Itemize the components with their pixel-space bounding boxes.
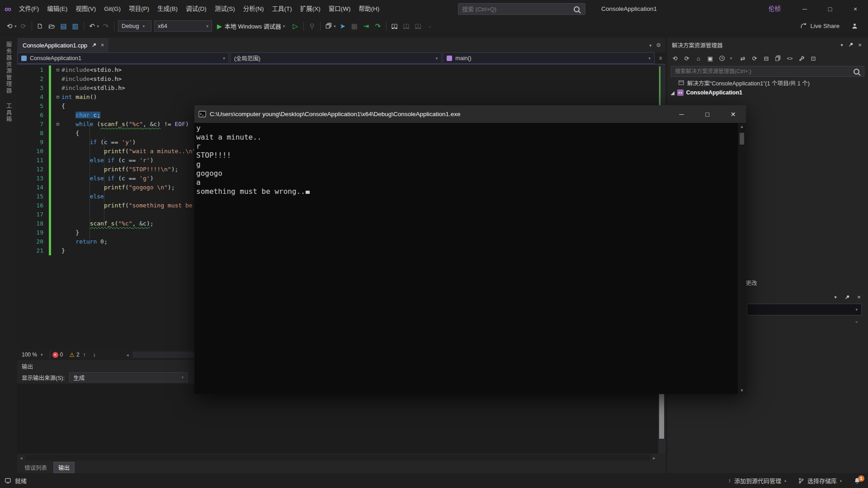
undo-chevron-icon[interactable]: ▾: [97, 24, 99, 28]
zoom-dropdown[interactable]: 100 % ▾: [17, 352, 47, 358]
fold-marker-icon[interactable]: ⊟: [54, 93, 61, 102]
error-count[interactable]: 0: [60, 352, 63, 358]
menu-item[interactable]: Git(G): [100, 0, 125, 18]
code-line[interactable]: 4⊟int main(): [17, 93, 658, 102]
previous-issue-icon[interactable]: ↑: [83, 352, 86, 358]
collapse-all-icon[interactable]: ⊟: [761, 53, 771, 63]
save-all-icon[interactable]: ▥: [70, 20, 81, 32]
find-chevron-icon[interactable]: ▾: [334, 24, 336, 28]
open-file-icon[interactable]: 🗁: [47, 20, 57, 32]
git-branch-dropdown[interactable]: ▾: [747, 304, 862, 315]
menu-item[interactable]: 测试(S): [211, 0, 239, 18]
scroll-up-arrow-icon[interactable]: ▲: [738, 123, 746, 130]
scroll-down-arrow-icon[interactable]: ▼: [738, 387, 746, 394]
menu-item[interactable]: 工具(T): [268, 0, 296, 18]
refresh-icon[interactable]: ⟳: [750, 53, 760, 63]
ide-navigator-icon[interactable]: ▦: [349, 20, 360, 32]
menu-item[interactable]: 项目(P): [125, 0, 153, 18]
error-count-icon[interactable]: ×: [52, 352, 58, 358]
show-all-files-icon[interactable]: 🗍: [773, 53, 783, 63]
navigate-backward-icon[interactable]: ⟲: [4, 20, 15, 32]
code-line[interactable]: 2#include<stdio.h>: [17, 75, 658, 84]
live-share-button[interactable]: Live Share: [800, 23, 840, 29]
close-tab-icon[interactable]: ×: [101, 42, 104, 48]
maximize-button[interactable]: □: [817, 0, 843, 18]
pending-changes-filter-icon[interactable]: [717, 53, 727, 63]
console-scrollbar[interactable]: ▲ ▼: [738, 123, 746, 394]
previous-bookmark-icon[interactable]: 🕮: [401, 20, 412, 32]
solution-platform-dropdown[interactable]: x64▾: [154, 20, 212, 32]
expanded-arrow-icon[interactable]: ◢: [671, 90, 675, 95]
navigate-backward-chevron-icon[interactable]: ▾: [14, 24, 17, 28]
member-dropdown[interactable]: main()▾: [443, 52, 655, 64]
menu-item[interactable]: 调试(D): [182, 0, 211, 18]
console-close-button[interactable]: ✕: [720, 105, 746, 123]
console-minimize-button[interactable]: ─: [669, 105, 694, 123]
output-scrollbar-thumb[interactable]: [659, 392, 664, 439]
output-content[interactable]: [17, 384, 658, 454]
switch-views-icon[interactable]: ▣: [705, 53, 715, 63]
tool-window-tab[interactable]: 服务器资源管理器: [5, 34, 13, 96]
tree-item-solution[interactable]: 解决方案“ConsoleApplication1”(1 个项目/共 1 个): [667, 78, 868, 88]
output-vertical-scrollbar[interactable]: [658, 384, 665, 454]
hscroll-track[interactable]: [25, 455, 650, 460]
preview-selected-items-icon[interactable]: ⊡: [808, 53, 818, 63]
hscroll-left-arrow-icon[interactable]: ◂: [127, 352, 129, 357]
fold-marker-icon[interactable]: ⊟: [54, 66, 61, 75]
step-over-icon[interactable]: ↷: [373, 20, 383, 32]
auto-hide-pin-icon[interactable]: [843, 294, 852, 300]
close-panel-icon[interactable]: ×: [855, 42, 864, 48]
console-title-bar[interactable]: C:\Users\computer young\Desktop\ConsoleA…: [194, 105, 746, 123]
search-input[interactable]: [458, 6, 574, 13]
undo-icon[interactable]: ↶: [87, 20, 98, 32]
properties-wrench-icon[interactable]: [797, 53, 807, 63]
code-line[interactable]: 3#include<stdlib.h>: [17, 84, 658, 93]
solution-search-input[interactable]: [671, 68, 854, 75]
splitter-icon[interactable]: ≡: [656, 52, 665, 64]
menu-item[interactable]: 帮助(H): [354, 0, 383, 18]
hscroll-right-arrow-icon[interactable]: ▸: [650, 455, 658, 460]
pin-tab-icon[interactable]: [91, 42, 97, 48]
cursor-arrow-icon[interactable]: ➤: [337, 20, 348, 32]
step-into-icon[interactable]: ⇥: [361, 20, 372, 32]
view-code-icon[interactable]: <>: [785, 53, 795, 63]
document-list-chevron-icon[interactable]: ▾: [649, 43, 651, 48]
auto-hide-pin-icon[interactable]: [846, 42, 855, 47]
code-line[interactable]: 1⊟#include<stdio.h>: [17, 66, 658, 75]
output-horizontal-scrollbar[interactable]: ◂ ▸: [17, 454, 658, 462]
sync-with-active-document-icon[interactable]: ⇄: [738, 53, 748, 63]
toolbar-overflow-chevron-icon[interactable]: ⌄: [425, 20, 435, 32]
close-button[interactable]: ×: [843, 0, 868, 18]
scope-dropdown[interactable]: (全局范围)▾: [230, 52, 442, 64]
account-name[interactable]: 伦桢: [769, 0, 781, 18]
output-source-dropdown[interactable]: 生成 ▾: [69, 372, 188, 382]
window-position-chevron-icon[interactable]: ▾: [831, 294, 840, 300]
forward-icon[interactable]: ⟳: [682, 53, 692, 63]
project-dropdown[interactable]: ConsoleApplication1▾: [17, 52, 229, 64]
redo-icon[interactable]: ↷: [100, 20, 111, 32]
menu-item[interactable]: 视图(V): [71, 0, 100, 18]
home-icon[interactable]: ⌂: [693, 53, 703, 63]
tool-window-tab[interactable]: 工具箱: [5, 96, 13, 125]
attach-to-process-icon[interactable]: ⚲: [307, 20, 317, 32]
solution-explorer-header[interactable]: 解决方案资源管理器 ▾ ×: [667, 38, 868, 52]
background-tasks-icon[interactable]: [5, 477, 11, 484]
navigate-forward-icon[interactable]: ⟳: [18, 20, 29, 32]
git-panel-chevron-icon[interactable]: ⌄: [854, 318, 859, 324]
start-debugging-button[interactable]: ▶ 本地 Windows 调试器 ▾: [217, 22, 286, 30]
menu-item[interactable]: 文件(F): [15, 0, 43, 18]
fold-marker-icon[interactable]: ⊟: [54, 120, 61, 129]
hscroll-left-arrow-icon[interactable]: ◂: [17, 455, 25, 460]
toggle-bookmark-icon[interactable]: 🕮: [389, 20, 400, 32]
next-bookmark-icon[interactable]: 🕮: [413, 20, 424, 32]
add-to-source-control-button[interactable]: ↑ 添加到源代码管理 ▴: [728, 476, 786, 485]
back-icon[interactable]: ⟲: [670, 53, 680, 63]
save-icon[interactable]: ▤: [58, 20, 69, 32]
console-output[interactable]: ywait a minute..rSTOP!!!!ggogogoasomethi…: [194, 123, 738, 394]
find-in-files-icon[interactable]: 🗇: [323, 20, 334, 32]
filter-chevron-icon[interactable]: ▾: [726, 53, 736, 63]
solution-configuration-dropdown[interactable]: Debug▾: [118, 20, 151, 32]
next-issue-icon[interactable]: ↓: [93, 352, 96, 358]
menu-item[interactable]: 分析(N): [239, 0, 268, 18]
menu-item[interactable]: 生成(B): [153, 0, 182, 18]
